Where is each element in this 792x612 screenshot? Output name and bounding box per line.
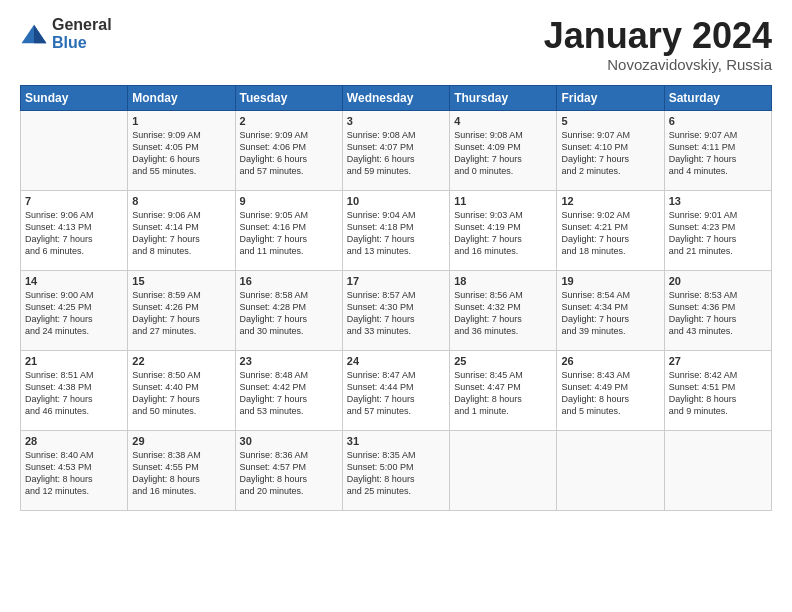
day-number: 12 <box>561 195 659 207</box>
cell-content: Sunrise: 9:07 AM Sunset: 4:11 PM Dayligh… <box>669 129 767 178</box>
calendar-cell: 27Sunrise: 8:42 AM Sunset: 4:51 PM Dayli… <box>664 350 771 430</box>
cell-content: Sunrise: 9:09 AM Sunset: 4:06 PM Dayligh… <box>240 129 338 178</box>
day-number: 25 <box>454 355 552 367</box>
day-number: 23 <box>240 355 338 367</box>
cell-content: Sunrise: 8:54 AM Sunset: 4:34 PM Dayligh… <box>561 289 659 338</box>
calendar-cell: 9Sunrise: 9:05 AM Sunset: 4:16 PM Daylig… <box>235 190 342 270</box>
cell-content: Sunrise: 8:36 AM Sunset: 4:57 PM Dayligh… <box>240 449 338 498</box>
day-number: 3 <box>347 115 445 127</box>
cell-content: Sunrise: 8:47 AM Sunset: 4:44 PM Dayligh… <box>347 369 445 418</box>
calendar-cell: 13Sunrise: 9:01 AM Sunset: 4:23 PM Dayli… <box>664 190 771 270</box>
week-row-3: 14Sunrise: 9:00 AM Sunset: 4:25 PM Dayli… <box>21 270 772 350</box>
calendar-header: SundayMondayTuesdayWednesdayThursdayFrid… <box>21 85 772 110</box>
day-number: 21 <box>25 355 123 367</box>
calendar-body: 1Sunrise: 9:09 AM Sunset: 4:05 PM Daylig… <box>21 110 772 510</box>
weekday-header-saturday: Saturday <box>664 85 771 110</box>
day-number: 18 <box>454 275 552 287</box>
day-number: 14 <box>25 275 123 287</box>
day-number: 5 <box>561 115 659 127</box>
calendar-cell: 28Sunrise: 8:40 AM Sunset: 4:53 PM Dayli… <box>21 430 128 510</box>
weekday-header-wednesday: Wednesday <box>342 85 449 110</box>
calendar-cell: 24Sunrise: 8:47 AM Sunset: 4:44 PM Dayli… <box>342 350 449 430</box>
week-row-4: 21Sunrise: 8:51 AM Sunset: 4:38 PM Dayli… <box>21 350 772 430</box>
location: Novozavidovskiy, Russia <box>544 56 772 73</box>
cell-content: Sunrise: 8:57 AM Sunset: 4:30 PM Dayligh… <box>347 289 445 338</box>
cell-content: Sunrise: 9:09 AM Sunset: 4:05 PM Dayligh… <box>132 129 230 178</box>
day-number: 9 <box>240 195 338 207</box>
cell-content: Sunrise: 9:01 AM Sunset: 4:23 PM Dayligh… <box>669 209 767 258</box>
day-number: 22 <box>132 355 230 367</box>
day-number: 20 <box>669 275 767 287</box>
day-number: 27 <box>669 355 767 367</box>
calendar-cell <box>664 430 771 510</box>
cell-content: Sunrise: 9:05 AM Sunset: 4:16 PM Dayligh… <box>240 209 338 258</box>
day-number: 19 <box>561 275 659 287</box>
day-number: 17 <box>347 275 445 287</box>
calendar-cell: 18Sunrise: 8:56 AM Sunset: 4:32 PM Dayli… <box>450 270 557 350</box>
calendar-cell: 1Sunrise: 9:09 AM Sunset: 4:05 PM Daylig… <box>128 110 235 190</box>
day-number: 30 <box>240 435 338 447</box>
cell-content: Sunrise: 8:58 AM Sunset: 4:28 PM Dayligh… <box>240 289 338 338</box>
day-number: 26 <box>561 355 659 367</box>
cell-content: Sunrise: 8:40 AM Sunset: 4:53 PM Dayligh… <box>25 449 123 498</box>
cell-content: Sunrise: 8:51 AM Sunset: 4:38 PM Dayligh… <box>25 369 123 418</box>
cell-content: Sunrise: 9:00 AM Sunset: 4:25 PM Dayligh… <box>25 289 123 338</box>
calendar-cell: 11Sunrise: 9:03 AM Sunset: 4:19 PM Dayli… <box>450 190 557 270</box>
calendar-cell <box>450 430 557 510</box>
weekday-row: SundayMondayTuesdayWednesdayThursdayFrid… <box>21 85 772 110</box>
calendar-cell: 4Sunrise: 9:08 AM Sunset: 4:09 PM Daylig… <box>450 110 557 190</box>
calendar-cell <box>557 430 664 510</box>
day-number: 6 <box>669 115 767 127</box>
day-number: 7 <box>25 195 123 207</box>
logo-general: General <box>52 16 112 33</box>
svg-marker-1 <box>34 25 46 44</box>
calendar-cell: 21Sunrise: 8:51 AM Sunset: 4:38 PM Dayli… <box>21 350 128 430</box>
calendar-cell: 10Sunrise: 9:04 AM Sunset: 4:18 PM Dayli… <box>342 190 449 270</box>
calendar-cell: 6Sunrise: 9:07 AM Sunset: 4:11 PM Daylig… <box>664 110 771 190</box>
week-row-2: 7Sunrise: 9:06 AM Sunset: 4:13 PM Daylig… <box>21 190 772 270</box>
cell-content: Sunrise: 9:03 AM Sunset: 4:19 PM Dayligh… <box>454 209 552 258</box>
weekday-header-monday: Monday <box>128 85 235 110</box>
day-number: 15 <box>132 275 230 287</box>
calendar-cell: 22Sunrise: 8:50 AM Sunset: 4:40 PM Dayli… <box>128 350 235 430</box>
cell-content: Sunrise: 8:50 AM Sunset: 4:40 PM Dayligh… <box>132 369 230 418</box>
logo-text: General Blue <box>52 16 112 52</box>
calendar-cell: 15Sunrise: 8:59 AM Sunset: 4:26 PM Dayli… <box>128 270 235 350</box>
calendar-cell: 25Sunrise: 8:45 AM Sunset: 4:47 PM Dayli… <box>450 350 557 430</box>
calendar-cell: 7Sunrise: 9:06 AM Sunset: 4:13 PM Daylig… <box>21 190 128 270</box>
day-number: 10 <box>347 195 445 207</box>
logo-blue: Blue <box>52 34 87 51</box>
cell-content: Sunrise: 8:43 AM Sunset: 4:49 PM Dayligh… <box>561 369 659 418</box>
cell-content: Sunrise: 9:06 AM Sunset: 4:14 PM Dayligh… <box>132 209 230 258</box>
page: General Blue January 2024 Novozavidovski… <box>0 0 792 521</box>
cell-content: Sunrise: 9:07 AM Sunset: 4:10 PM Dayligh… <box>561 129 659 178</box>
cell-content: Sunrise: 8:38 AM Sunset: 4:55 PM Dayligh… <box>132 449 230 498</box>
cell-content: Sunrise: 8:53 AM Sunset: 4:36 PM Dayligh… <box>669 289 767 338</box>
weekday-header-thursday: Thursday <box>450 85 557 110</box>
calendar-cell: 8Sunrise: 9:06 AM Sunset: 4:14 PM Daylig… <box>128 190 235 270</box>
cell-content: Sunrise: 9:08 AM Sunset: 4:07 PM Dayligh… <box>347 129 445 178</box>
logo-icon <box>20 23 48 45</box>
cell-content: Sunrise: 8:56 AM Sunset: 4:32 PM Dayligh… <box>454 289 552 338</box>
calendar-cell: 5Sunrise: 9:07 AM Sunset: 4:10 PM Daylig… <box>557 110 664 190</box>
month-title: January 2024 <box>544 16 772 56</box>
calendar-cell: 19Sunrise: 8:54 AM Sunset: 4:34 PM Dayli… <box>557 270 664 350</box>
cell-content: Sunrise: 8:45 AM Sunset: 4:47 PM Dayligh… <box>454 369 552 418</box>
cell-content: Sunrise: 8:42 AM Sunset: 4:51 PM Dayligh… <box>669 369 767 418</box>
day-number: 11 <box>454 195 552 207</box>
day-number: 8 <box>132 195 230 207</box>
cell-content: Sunrise: 8:35 AM Sunset: 5:00 PM Dayligh… <box>347 449 445 498</box>
calendar-cell: 31Sunrise: 8:35 AM Sunset: 5:00 PM Dayli… <box>342 430 449 510</box>
weekday-header-sunday: Sunday <box>21 85 128 110</box>
day-number: 28 <box>25 435 123 447</box>
week-row-1: 1Sunrise: 9:09 AM Sunset: 4:05 PM Daylig… <box>21 110 772 190</box>
calendar-cell: 17Sunrise: 8:57 AM Sunset: 4:30 PM Dayli… <box>342 270 449 350</box>
calendar-cell: 26Sunrise: 8:43 AM Sunset: 4:49 PM Dayli… <box>557 350 664 430</box>
calendar-cell: 29Sunrise: 8:38 AM Sunset: 4:55 PM Dayli… <box>128 430 235 510</box>
calendar-cell: 12Sunrise: 9:02 AM Sunset: 4:21 PM Dayli… <box>557 190 664 270</box>
cell-content: Sunrise: 9:06 AM Sunset: 4:13 PM Dayligh… <box>25 209 123 258</box>
day-number: 24 <box>347 355 445 367</box>
logo: General Blue <box>20 16 112 52</box>
calendar-cell: 30Sunrise: 8:36 AM Sunset: 4:57 PM Dayli… <box>235 430 342 510</box>
day-number: 29 <box>132 435 230 447</box>
